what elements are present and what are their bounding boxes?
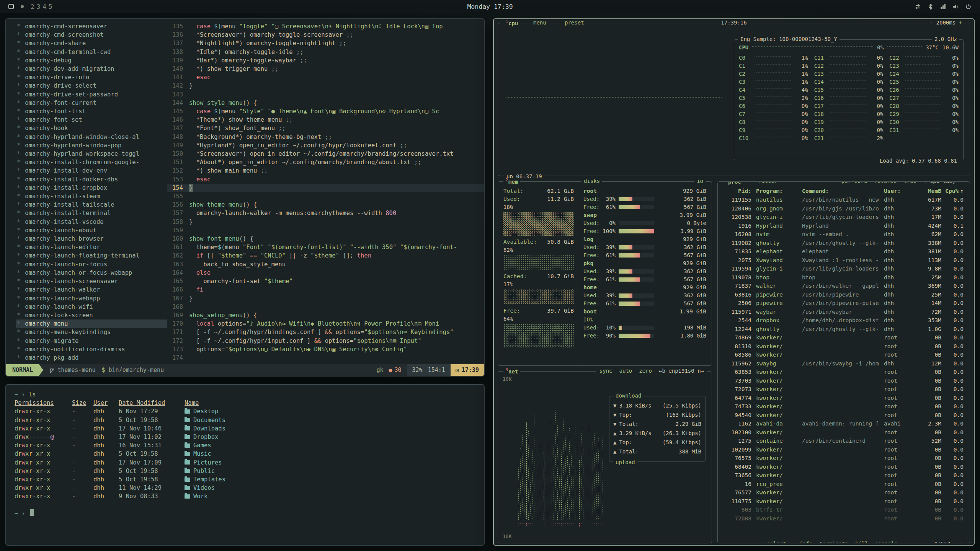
process-row[interactable]: 119155 nautilus /usr/bin/nautilus --new … bbox=[724, 196, 964, 204]
process-row[interactable]: 115962 swaybg /usr/bin/swaybg -i /hom dh… bbox=[724, 359, 964, 368]
process-row[interactable]: 120406 org.gnom /usr/bin/gjs /usr/lib/o … bbox=[724, 204, 964, 213]
name-cell[interactable]: Public bbox=[185, 467, 475, 475]
file-item[interactable]: * omarchy-launch-browser bbox=[16, 235, 167, 243]
file-item[interactable]: * omarchy-launch-webapp bbox=[16, 294, 167, 303]
file-item[interactable]: * omarchy-launch-or-focus bbox=[16, 260, 167, 269]
file-item[interactable]: * omarchy-hyprland-window-close-al bbox=[16, 133, 167, 141]
file-item[interactable]: * omarchy-cmd-screensaver bbox=[16, 22, 167, 31]
workspace-number[interactable]: 4 bbox=[42, 3, 46, 10]
sort-selector[interactable]: ‹ cpu lazy › bbox=[923, 181, 962, 184]
volume-icon[interactable] bbox=[952, 3, 959, 10]
name-cell[interactable]: Work bbox=[185, 492, 475, 500]
zero-button[interactable]: zero bbox=[639, 368, 652, 374]
process-row[interactable]: 1275 containe /usr/bin/containerd root 5… bbox=[724, 437, 964, 445]
process-row[interactable]: 803 btrfs-tr root 0B 0.0 bbox=[724, 505, 964, 514]
file-item[interactable]: * omarchy-install-vscode bbox=[16, 218, 167, 226]
file-item[interactable]: * omarchy-lock-screen bbox=[16, 311, 167, 320]
file-item[interactable]: * omarchy-migrate bbox=[16, 337, 167, 345]
process-row[interactable]: 68402 kworker/ root 0B 0.0 bbox=[724, 463, 964, 471]
io-toggle-button[interactable]: io bbox=[694, 178, 706, 184]
file-item[interactable]: * omarchy-pkg-add bbox=[16, 354, 167, 362]
file-item[interactable]: * omarchy-launch-about bbox=[16, 226, 167, 235]
file-item[interactable]: * omarchy-install-dropbox bbox=[16, 184, 167, 192]
per-core-button[interactable]: per-core bbox=[841, 181, 867, 184]
file-item[interactable]: * omarchy-install-tailscale bbox=[16, 201, 167, 209]
command-column-header[interactable]: Command: bbox=[802, 188, 884, 194]
process-row[interactable]: 76577 kworker/ root 0B 0.0 bbox=[724, 488, 964, 497]
process-row[interactable]: 72088 kworker/ root 0B 0.0 bbox=[724, 514, 964, 523]
file-item[interactable]: * omarchy-drive-info bbox=[16, 73, 167, 82]
file-item[interactable]: * omarchy-hyprland-window-pop bbox=[16, 141, 167, 150]
power-icon[interactable] bbox=[965, 3, 972, 10]
file-item[interactable]: * omarchy-hyprland-workspace-toggl bbox=[16, 150, 167, 158]
process-row[interactable]: 63816 pipewire /usr/bin/pipewire dhh 25M… bbox=[724, 290, 964, 299]
file-item[interactable]: * omarchy-launch-wifi bbox=[16, 303, 167, 311]
stats-icon[interactable] bbox=[940, 3, 946, 10]
file-item[interactable]: * omarchy-dev-add-migration bbox=[16, 65, 167, 73]
auto-button[interactable]: auto bbox=[619, 368, 632, 374]
file-item[interactable]: * omarchy-font-list bbox=[16, 107, 167, 116]
process-row[interactable]: 115991 swayosd- /usr/bin/swayosd-server … bbox=[724, 523, 964, 525]
network-arrows-icon[interactable] bbox=[915, 3, 921, 10]
sync-button[interactable]: sync bbox=[599, 368, 612, 374]
process-row[interactable]: 120538 glycin-i /usr/lib/glycin-loaders … bbox=[724, 213, 964, 222]
file-item[interactable]: * omarchy-menu bbox=[16, 320, 167, 328]
process-row[interactable]: 16 rcu_pree root 0B 0.0 bbox=[724, 480, 964, 489]
code-pane[interactable]: 135 case $(menu "Toggle" "▢ Screensaver\… bbox=[167, 19, 484, 364]
interface-selector[interactable]: ←b enp191s0 n→ bbox=[659, 368, 704, 374]
file-item[interactable]: * omarchy-drive-select bbox=[16, 82, 167, 90]
name-cell[interactable]: Documents bbox=[185, 416, 475, 424]
file-item[interactable]: * omarchy-menu-keybindings bbox=[16, 328, 167, 336]
name-cell[interactable]: Videos bbox=[185, 484, 475, 492]
process-row[interactable]: 71835 elephant elephant dhh 381M 0.0 bbox=[724, 247, 964, 256]
process-row[interactable]: 2075 Xwayland Xwayland :1 -rootless - dh… bbox=[724, 256, 964, 265]
process-row[interactable]: 16208 nvim nvim --embed . dhh 62M 0.0 bbox=[724, 230, 964, 239]
prompt-line[interactable]: ~ › bbox=[15, 509, 475, 518]
proc-action-button[interactable]: kill bbox=[855, 541, 868, 543]
file-item[interactable]: * omarchy-install-chromium-google- bbox=[16, 158, 167, 166]
file-item[interactable]: * omarchy-install-dev-env bbox=[16, 166, 167, 175]
file-item[interactable]: * omarchy-launch-walker bbox=[16, 285, 167, 294]
process-row[interactable]: 102100 kworker/ root 0B 0.0 bbox=[724, 428, 964, 437]
process-row[interactable]: 76575 kworker/ root 0B 0.0 bbox=[724, 454, 964, 463]
process-row[interactable]: 72073 kworker/ root 0B 0.0 bbox=[724, 385, 964, 394]
name-cell[interactable]: Desktop bbox=[185, 407, 475, 416]
cpu-column-header[interactable]: Cpu%↑ bbox=[941, 188, 964, 194]
process-row[interactable]: 102099 kworker/ root 0B 0.0 bbox=[724, 445, 964, 454]
workspace-number[interactable]: 3 bbox=[37, 3, 41, 10]
file-item[interactable]: * omarchy-install-terminal bbox=[16, 209, 167, 217]
process-row[interactable]: 119082 ghostty /usr/bin/ghostty --gtk- d… bbox=[724, 239, 964, 248]
process-row[interactable]: 74733 kworker/ root 0B 0.0 bbox=[724, 402, 964, 411]
filter-button[interactable]: filter bbox=[756, 181, 780, 184]
process-row[interactable]: 115971 waybar /usr/bin/waybar dhh 72M 0.… bbox=[724, 308, 964, 316]
file-item[interactable]: * omarchy-launch-floating-terminal bbox=[16, 251, 167, 260]
scroll-down-icon[interactable]: ↓ bbox=[957, 541, 964, 543]
process-row[interactable]: 71837 walker /usr/bin/walker --gappl dhh… bbox=[724, 282, 964, 290]
process-row[interactable]: 73703 kworker/ root 0B 0.0 bbox=[724, 377, 964, 385]
proc-action-button[interactable]: terminate bbox=[819, 541, 848, 543]
tree-button[interactable]: tree bbox=[903, 181, 916, 184]
file-item[interactable]: * omarchy-font-set bbox=[16, 116, 167, 124]
name-cell[interactable]: Templates bbox=[185, 475, 475, 484]
file-list[interactable]: * omarchy-cmd-screensaver * omarchy-cmd-… bbox=[6, 19, 167, 364]
process-row[interactable]: 81310 kworker/ root 0B 0.0 bbox=[724, 342, 964, 351]
workspace-active-icon[interactable] bbox=[8, 4, 14, 9]
file-item[interactable]: * omarchy-font-current bbox=[16, 99, 167, 107]
process-row[interactable]: 63853 kworker/ root 0B 0.0 bbox=[724, 368, 964, 377]
process-row[interactable]: 64774 kworker/ root 0B 0.0 bbox=[724, 394, 964, 403]
pid-column-header[interactable]: Pid: bbox=[724, 188, 756, 194]
process-row[interactable]: 1916 Hyprland Hyprland dhh 424M 0.1 bbox=[724, 222, 964, 230]
file-item[interactable]: * omarchy-launch-editor bbox=[16, 243, 167, 251]
process-row[interactable]: 12244 ghostty /usr/bin/ghostty --gtk- dh… bbox=[724, 325, 964, 334]
preset-button[interactable]: preset bbox=[562, 20, 586, 26]
file-item[interactable]: * omarchy-notification-dismiss bbox=[16, 345, 167, 354]
user-column-header[interactable]: User: bbox=[884, 188, 914, 194]
file-item[interactable]: * omarchy-cmd-share bbox=[16, 39, 167, 47]
proc-action-button[interactable]: info bbox=[799, 541, 812, 543]
file-item[interactable]: * omarchy-hook bbox=[16, 124, 167, 132]
process-row[interactable]: 110775 kworker/ root 0B 0.0 bbox=[724, 497, 964, 506]
name-cell[interactable]: Games bbox=[185, 441, 475, 450]
bluetooth-icon[interactable] bbox=[927, 3, 934, 10]
file-item[interactable]: * omarchy-cmd-terminal-cwd bbox=[16, 48, 167, 56]
btop-window[interactable]: 1cpu menu preset 17:39:16 - 2000ms + Eng… bbox=[493, 18, 975, 546]
